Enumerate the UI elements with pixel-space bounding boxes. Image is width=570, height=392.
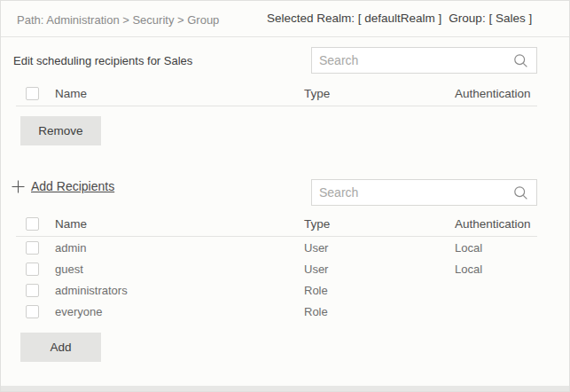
table-header-row: Name Type Authentication [16, 82, 537, 106]
table-row: guest User Local [16, 258, 537, 279]
add-button[interactable]: Add [20, 333, 101, 362]
select-all-checkbox[interactable] [26, 87, 39, 100]
top-bar: Path: Administration > Security > Group … [1, 1, 569, 37]
row-name-cell: everyone [55, 301, 304, 322]
add-search-input[interactable] [312, 185, 513, 200]
row-name-cell: administrators [55, 279, 304, 301]
row-auth-cell: Local [455, 237, 537, 258]
selected-realm-label: Selected Realm: [ defaultRealm ] [267, 12, 441, 25]
group-label: Group: [ Sales ] [449, 12, 532, 25]
plus-icon [12, 180, 25, 193]
search-icon [513, 185, 536, 200]
row-type-cell: User [304, 258, 455, 279]
row-checkbox[interactable] [26, 263, 39, 276]
table-header-row: Name Type Authentication [16, 212, 537, 237]
column-header-authentication: Authentication [455, 212, 537, 237]
select-all-checkbox[interactable] [26, 217, 39, 231]
row-name-cell: admin [55, 237, 304, 258]
column-header-name: Name [55, 212, 304, 237]
edit-recipients-table: Name Type Authentication [16, 82, 537, 106]
row-auth-cell [455, 279, 537, 301]
add-search-box [311, 179, 537, 206]
edit-search-box [311, 47, 537, 74]
row-type-cell: User [304, 237, 455, 258]
table-row: admin User Local [16, 237, 537, 258]
edit-search-input[interactable] [312, 53, 513, 67]
bottom-strip [1, 386, 569, 391]
realm-info: Selected Realm: [ defaultRealm ]Group: [… [267, 12, 539, 25]
table-row: everyone Role [16, 301, 537, 322]
column-header-type: Type [304, 82, 455, 106]
row-name-cell: guest [55, 258, 304, 279]
row-checkbox[interactable] [26, 284, 39, 297]
search-icon [513, 53, 536, 68]
row-checkbox[interactable] [26, 241, 39, 255]
row-auth-cell: Local [455, 258, 537, 279]
column-header-authentication: Authentication [455, 82, 537, 106]
row-checkbox[interactable] [26, 305, 39, 318]
group-security-panel: Path: Administration > Security > Group … [0, 0, 570, 392]
add-recipients-table: Name Type Authentication admin User Loca… [16, 212, 537, 322]
breadcrumb: Path: Administration > Security > Group [17, 13, 219, 27]
add-recipients-label: Add Recipients [31, 179, 114, 193]
remove-button[interactable]: Remove [20, 116, 101, 145]
column-header-type: Type [304, 212, 455, 237]
add-recipients-link[interactable]: Add Recipients [12, 178, 114, 194]
column-header-name: Name [55, 82, 304, 106]
table-row: administrators Role [16, 279, 537, 301]
row-type-cell: Role [304, 279, 455, 301]
edit-recipients-title: Edit scheduling recipients for Sales [13, 54, 192, 67]
row-auth-cell [455, 301, 537, 322]
row-type-cell: Role [304, 301, 455, 322]
